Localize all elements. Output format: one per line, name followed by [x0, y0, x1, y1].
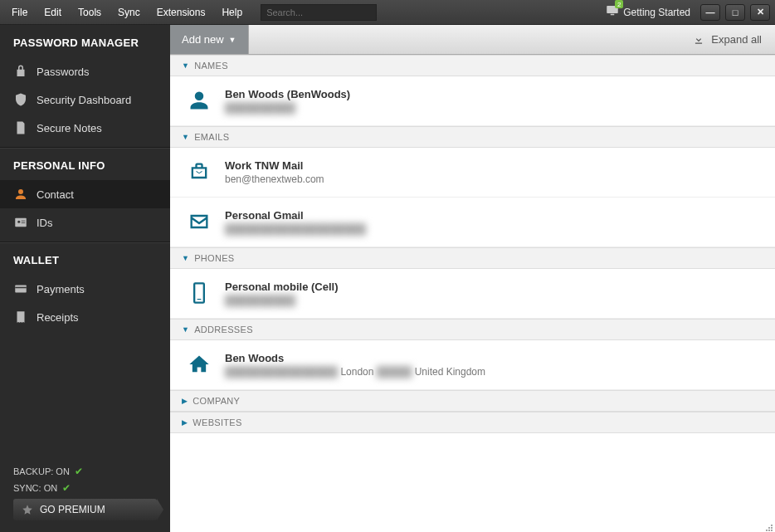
sidebar-item-label: Passwords [37, 66, 90, 78]
window-minimize-button[interactable]: — [700, 4, 720, 21]
menu-file[interactable]: File [5, 3, 34, 22]
email-card-work[interactable]: Work TNW Mail ben@thenextweb.com [170, 148, 775, 198]
resize-grip[interactable] [763, 520, 773, 530]
svg-rect-1 [611, 14, 615, 16]
expand-all-label: Expand all [711, 33, 762, 46]
phone-card[interactable]: Personal mobile (Cell) ██████████ [170, 269, 775, 319]
lock-icon [13, 64, 28, 79]
section-header-names[interactable]: ▼ NAMES [170, 55, 775, 76]
menu-tools[interactable]: Tools [71, 3, 108, 22]
svg-rect-5 [22, 222, 26, 223]
email-card-personal[interactable]: Personal Gmail ████████████████████ [170, 198, 775, 247]
section-header-emails[interactable]: ▼ EMAILS [170, 126, 775, 148]
address-card[interactable]: Ben Woods ████████████████ London █████ … [170, 340, 775, 390]
sidebar-item-payments[interactable]: Payments [0, 275, 170, 303]
getting-started-button[interactable]: 2 Getting Started [605, 3, 690, 21]
window-maximize-button[interactable]: □ [725, 4, 745, 21]
card-subtitle: ██████████ [225, 295, 339, 306]
triangle-right-icon: ▶ [182, 397, 188, 405]
close-icon: ✕ [757, 7, 764, 17]
sidebar-item-secure-notes[interactable]: Secure Notes [0, 114, 170, 142]
sidebar-item-label: Contact [37, 188, 74, 201]
search-input[interactable] [261, 4, 377, 21]
maximize-icon: □ [733, 7, 738, 17]
sidebar-item-label: Secure Notes [37, 122, 102, 134]
section-header-websites[interactable]: ▶ WEBSITES [170, 412, 775, 433]
svg-point-14 [768, 527, 770, 529]
go-premium-label: GO PREMIUM [40, 504, 105, 515]
menu-edit[interactable]: Edit [37, 3, 68, 22]
sidebar-item-label: IDs [37, 217, 53, 229]
section-title: PHONES [194, 253, 234, 263]
card-title: Work TNW Mail [225, 159, 324, 172]
menu-sync[interactable]: Sync [111, 3, 147, 22]
sidebar-item-security-dashboard[interactable]: Security Dashboard [0, 85, 170, 114]
svg-point-11 [768, 530, 770, 531]
card-subtitle: ben@thenextweb.com [225, 173, 324, 185]
caret-down-icon: ▼ [229, 36, 236, 44]
triangle-right-icon: ▶ [182, 418, 188, 427]
triangle-down-icon: ▼ [182, 325, 189, 334]
card-title: Personal mobile (Cell) [225, 281, 339, 293]
check-icon: ✔ [62, 482, 71, 494]
svg-point-3 [17, 221, 20, 223]
card-title: Ben Woods [225, 352, 485, 364]
sidebar-item-passwords[interactable]: Passwords [0, 57, 170, 85]
scroll-area[interactable]: ▼ NAMES Ben Woods (BenWoods) ██████████ … [170, 55, 775, 532]
star-icon [22, 504, 33, 515]
section-header-phones[interactable]: ▼ PHONES [170, 247, 775, 269]
triangle-down-icon: ▼ [182, 254, 189, 262]
sidebar-item-ids[interactable]: IDs [0, 208, 170, 237]
add-new-button[interactable]: Add new ▼ [170, 25, 249, 54]
section-title: WEBSITES [193, 417, 241, 427]
name-card[interactable]: Ben Woods (BenWoods) ██████████ [170, 76, 775, 126]
backup-status: BACKUP: ON✔ [13, 466, 157, 477]
menu-help[interactable]: Help [215, 3, 249, 22]
sidebar-item-receipts[interactable]: Receipts [0, 303, 170, 331]
minimize-icon: — [706, 7, 715, 17]
svg-point-15 [771, 525, 773, 526]
sidebar-item-contact[interactable]: Contact [0, 180, 170, 208]
home-icon [188, 353, 211, 376]
section-header-company[interactable]: ▶ COMPANY [170, 390, 775, 412]
triangle-down-icon: ▼ [182, 61, 189, 70]
menu-extensions[interactable]: Extensions [150, 3, 212, 22]
section-header-addresses[interactable]: ▼ ADDRESSES [170, 319, 775, 340]
receipt-icon [13, 310, 28, 325]
section-title: NAMES [194, 61, 228, 71]
main-content: Add new ▼ Expand all ▼ NAMES Ben Woods (… [170, 25, 775, 532]
svg-rect-7 [15, 287, 27, 289]
sidebar-group-wallet: WALLET [0, 242, 170, 275]
id-icon [13, 215, 28, 230]
sidebar-item-label: Security Dashboard [37, 94, 131, 106]
shield-icon [13, 92, 28, 107]
svg-rect-9 [197, 299, 202, 300]
person-icon [188, 89, 211, 112]
svg-rect-6 [15, 286, 27, 293]
mobile-icon [188, 281, 211, 305]
go-premium-button[interactable]: GO PREMIUM [13, 499, 157, 520]
briefcase-icon [188, 160, 211, 183]
svg-point-13 [766, 530, 768, 531]
window-close-button[interactable]: ✕ [750, 4, 770, 21]
sidebar: PASSWORD MANAGER Passwords Security Dash… [0, 25, 170, 532]
sync-status: SYNC: ON✔ [13, 482, 157, 494]
toolbar: Add new ▼ Expand all [170, 25, 775, 55]
download-icon [693, 34, 704, 46]
triangle-down-icon: ▼ [182, 133, 189, 141]
sidebar-item-label: Payments [37, 283, 85, 295]
menubar: File Edit Tools Sync Extensions Help 2 G… [0, 0, 775, 25]
expand-all-button[interactable]: Expand all [680, 25, 775, 54]
section-title: COMPANY [193, 396, 240, 406]
svg-point-10 [771, 530, 773, 531]
sidebar-item-label: Receipts [37, 311, 79, 324]
section-title: EMAILS [194, 132, 229, 142]
getting-started-label: Getting Started [623, 7, 690, 18]
card-subtitle: ████████████████ London █████ United Kin… [225, 366, 485, 378]
card-subtitle: ████████████████████ [225, 223, 366, 235]
svg-rect-4 [22, 221, 26, 222]
add-new-label: Add new [182, 33, 224, 46]
section-title: ADDRESSES [194, 325, 253, 334]
note-icon [13, 120, 28, 135]
card-subtitle: ██████████ [225, 102, 350, 114]
